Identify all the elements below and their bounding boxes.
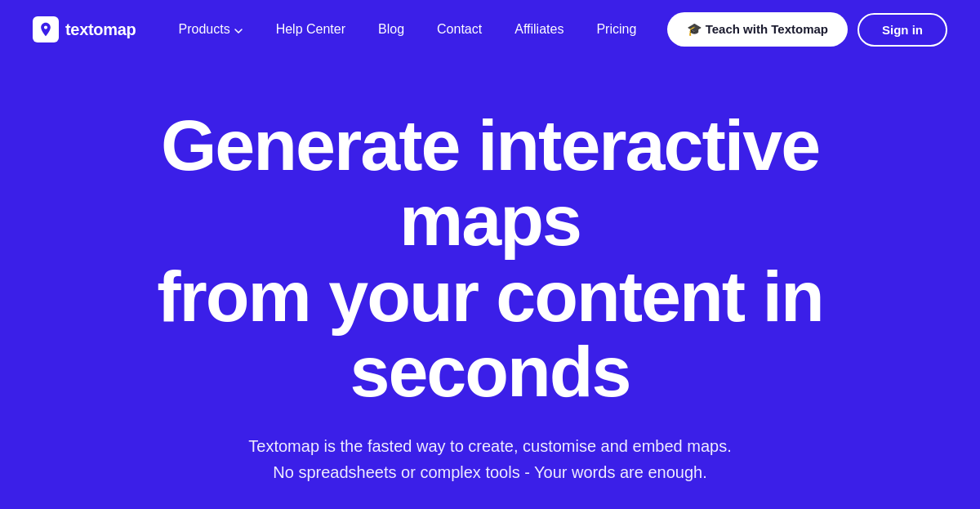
teach-button[interactable]: 🎓 Teach with Textomap — [667, 12, 848, 47]
hero-title: Generate interactive maps from your cont… — [98, 108, 882, 410]
nav-contact[interactable]: Contact — [424, 16, 495, 43]
nav-blog[interactable]: Blog — [365, 16, 417, 43]
logo-icon — [33, 16, 59, 42]
nav-affiliates[interactable]: Affiliates — [501, 16, 577, 43]
navbar: textomap Products Help Center Blog Conta… — [0, 0, 980, 59]
nav-pricing[interactable]: Pricing — [583, 16, 649, 43]
nav-right: 🎓 Teach with Textomap Sign in — [667, 12, 947, 47]
signin-button[interactable]: Sign in — [858, 13, 947, 47]
hero-subtitle: Textomap is the fasted way to create, cu… — [248, 433, 731, 485]
logo-link[interactable]: textomap — [33, 16, 136, 42]
logo-text: textomap — [65, 20, 136, 39]
chevron-down-icon — [234, 25, 243, 34]
nav-help-center[interactable]: Help Center — [263, 16, 359, 43]
nav-links: Products Help Center Blog Contact Affili… — [166, 16, 650, 43]
nav-products[interactable]: Products — [166, 16, 256, 43]
hero-section: Generate interactive maps from your cont… — [0, 59, 980, 509]
